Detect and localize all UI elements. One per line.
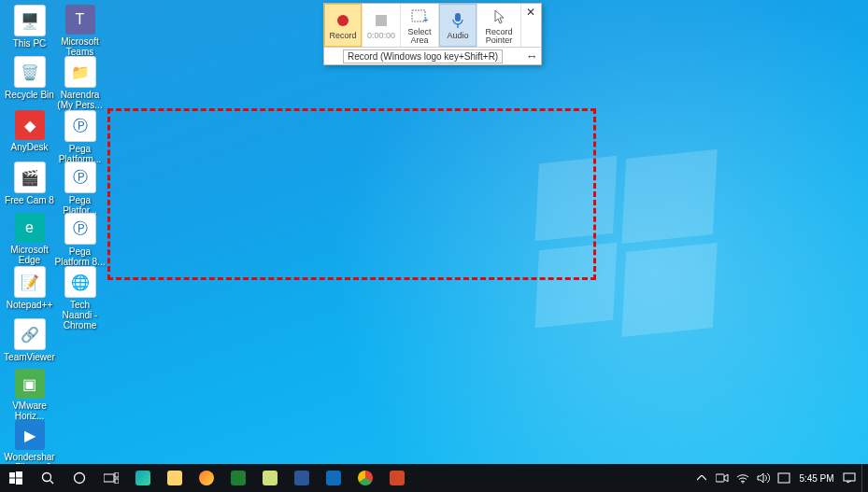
microphone-icon — [446, 10, 470, 31]
action-center-button[interactable] — [839, 464, 860, 492]
record-label: Record — [329, 32, 356, 40]
expand-toolbar-button[interactable]: ⤢ — [525, 49, 537, 62]
clock-time: 5:45 PM — [799, 473, 833, 484]
svg-rect-13 — [104, 474, 114, 482]
chevron-up-icon — [697, 475, 706, 481]
svg-rect-1 — [376, 15, 387, 26]
desktop-icon-free-cam[interactable]: 🎬 Free Cam 8 — [4, 162, 55, 205]
firefox-icon — [199, 471, 214, 485]
freecam-icon: 🎬 — [14, 162, 46, 193]
icon-label: Tech Naandi - Chrome — [54, 300, 106, 330]
anydesk-icon: ◆ — [15, 110, 45, 140]
recycle-icon: 🗑️ — [14, 56, 46, 88]
camera-icon — [716, 473, 729, 483]
taskbar-app-excel[interactable] — [222, 464, 254, 492]
desktop-icon-anydesk[interactable]: ◆ AnyDesk — [4, 110, 55, 152]
taskview-icon — [104, 472, 119, 484]
icon-label: VMware Horiz... — [4, 401, 55, 421]
show-desktop-button[interactable] — [861, 464, 868, 492]
word-icon — [294, 471, 309, 485]
desktop-icon-pega-platform-3[interactable]: Ⓟ Pega Platform 8... — [54, 213, 106, 267]
desktop-icon-teamviewer[interactable]: 🔗 TeamViewer — [4, 318, 55, 362]
svg-point-12 — [75, 473, 85, 484]
recording-selection-area — [107, 108, 596, 280]
close-button[interactable]: ✕ — [524, 6, 537, 19]
windows-logo — [537, 154, 715, 331]
desktop-icon-narendra-folder[interactable]: 📁 Narendra (My Pers... — [54, 56, 106, 110]
wifi-icon — [736, 473, 749, 484]
desktop-icon-notepad-plus-plus[interactable]: 📝 Notepad++ — [4, 266, 55, 310]
taskbar-app-edge[interactable] — [127, 464, 159, 492]
pega-icon: Ⓟ — [64, 213, 96, 245]
desktop-icon-pega-platform-1[interactable]: Ⓟ Pega Platform... — [54, 110, 106, 164]
tray-meet-now[interactable] — [712, 464, 733, 492]
cortana-button[interactable] — [64, 464, 95, 492]
start-button[interactable] — [0, 464, 32, 492]
svg-rect-14 — [115, 472, 119, 477]
tray-volume[interactable] — [753, 464, 774, 492]
icon-label: TeamViewer — [4, 352, 55, 362]
svg-point-0 — [337, 15, 349, 26]
desktop-icon-vmware-horizon[interactable]: ▣ VMware Horiz... — [4, 369, 55, 421]
ime-icon — [777, 472, 790, 484]
record-pointer-button[interactable]: Record Pointer — [477, 4, 521, 47]
tray-wifi[interactable] — [733, 464, 753, 492]
vmware-icon: ▣ — [15, 369, 45, 399]
svg-text:+: + — [423, 15, 428, 24]
chrome-icon — [358, 471, 373, 485]
windows-icon — [9, 471, 22, 485]
desktop-background[interactable]: 🖥️ This PC 🗑️ Recycle Bin ◆ AnyDesk 🎬 Fr… — [0, 0, 868, 492]
audio-label: Audio — [447, 32, 468, 40]
taskbar-app-notepadpp[interactable] — [254, 464, 286, 492]
filmora-icon: ▶ — [15, 420, 45, 450]
desktop-icon-pega-platform-2[interactable]: Ⓟ Pega Platfor... — [54, 162, 106, 216]
taskbar: 5:45 PM — [0, 464, 868, 492]
icon-label: This PC — [4, 38, 55, 49]
taskbar-app-outlook[interactable] — [318, 464, 349, 492]
svg-line-11 — [50, 480, 53, 484]
record-icon — [331, 10, 355, 31]
speaker-icon — [757, 472, 770, 484]
search-button[interactable] — [32, 464, 64, 492]
taskbar-app-powerpoint[interactable] — [381, 464, 413, 492]
audio-button[interactable]: Audio — [439, 4, 477, 47]
search-icon — [41, 471, 55, 485]
icon-label: Free Cam 8 — [4, 195, 55, 205]
pc-icon: 🖥️ — [14, 5, 46, 36]
tray-chevron-up[interactable] — [691, 464, 712, 492]
icon-label: Narendra (My Pers... — [54, 90, 106, 110]
icon-label: Recycle Bin — [4, 90, 55, 100]
cortana-icon — [73, 471, 86, 485]
svg-rect-15 — [115, 479, 119, 484]
select-area-button[interactable]: + Select Area — [401, 4, 439, 47]
pega-icon: Ⓟ — [64, 162, 96, 193]
taskview-button[interactable] — [95, 464, 127, 492]
svg-rect-4 — [455, 13, 461, 21]
svg-rect-6 — [9, 472, 15, 478]
desktop-icon-tech-naandi-chrome[interactable]: 🌐 Tech Naandi - Chrome — [54, 266, 106, 330]
record-button[interactable]: Record — [324, 4, 363, 47]
desktop-icon-this-pc[interactable]: 🖥️ This PC — [4, 5, 55, 49]
powerpoint-icon — [390, 471, 405, 485]
pega-icon: Ⓟ — [64, 110, 96, 142]
taskbar-clock[interactable]: 5:45 PM — [794, 473, 839, 484]
taskbar-app-word[interactable] — [286, 464, 318, 492]
icon-label: Pega Platform 8... — [54, 246, 106, 267]
select-area-label: Select Area — [401, 28, 438, 45]
tray-ime[interactable] — [774, 464, 794, 492]
taskbar-app-explorer[interactable] — [159, 464, 191, 492]
excel-icon — [231, 471, 246, 485]
pointer-icon — [487, 7, 511, 27]
desktop-icon-ms-teams[interactable]: T Microsoft Teams — [54, 5, 106, 57]
timer-label: 0:00:00 — [367, 32, 395, 40]
stop-button[interactable]: 0:00:00 — [363, 4, 401, 47]
teams-icon: T — [65, 5, 95, 35]
taskbar-app-chrome[interactable] — [349, 464, 381, 492]
svg-point-10 — [42, 472, 50, 481]
desktop-icon-recycle-bin[interactable]: 🗑️ Recycle Bin — [4, 56, 55, 100]
taskbar-app-firefox[interactable] — [191, 464, 222, 492]
svg-point-17 — [742, 482, 744, 484]
icon-label: Microsoft Teams — [54, 36, 106, 57]
desktop-icon-ms-edge[interactable]: e Microsoft Edge — [4, 213, 55, 265]
stop-icon — [369, 10, 393, 31]
